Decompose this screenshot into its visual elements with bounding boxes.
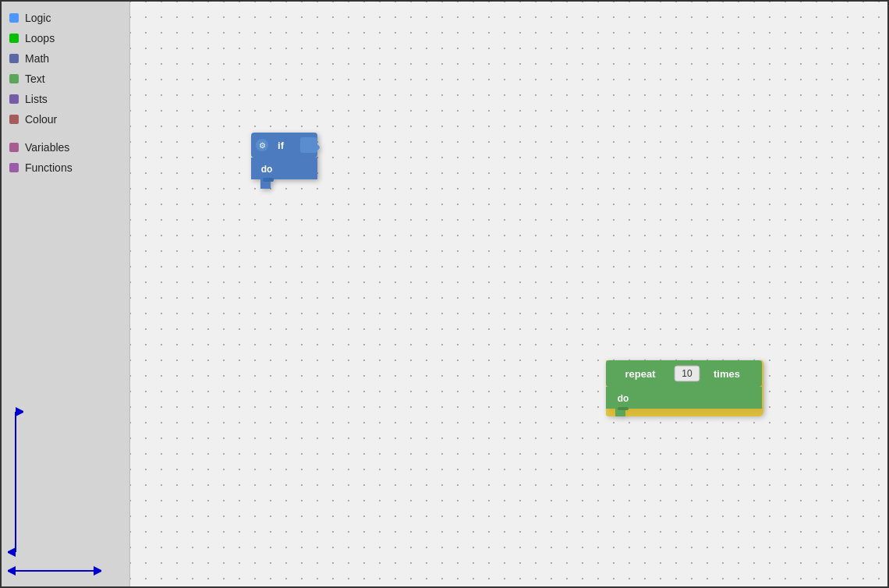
svg-text:if: if [278, 140, 285, 151]
vertical-arrow-icon [8, 404, 23, 560]
sidebar-label-variables: Variables [25, 141, 69, 154]
logic-color-dot [9, 13, 19, 23]
sidebar-item-text[interactable]: Text [2, 69, 129, 89]
sidebar-item-loops[interactable]: Loops [2, 28, 129, 48]
sidebar-spacer [2, 129, 129, 137]
sidebar-label-math: Math [25, 52, 49, 65]
svg-text:do: do [261, 164, 273, 175]
svg-text:do: do [618, 393, 629, 404]
math-color-dot [9, 54, 19, 63]
sidebar-item-colour[interactable]: Colour [2, 109, 129, 129]
horizontal-arrow-icon [8, 563, 101, 579]
sidebar-label-loops: Loops [25, 32, 55, 44]
sidebar-label-text: Text [25, 73, 45, 85]
repeat-block[interactable]: 10 repeat times do [606, 360, 770, 420]
if-block-svg: ⚙ if do [251, 133, 325, 189]
sidebar-item-variables[interactable]: Variables [2, 137, 129, 158]
arrows-container [8, 404, 101, 579]
sidebar-item-functions[interactable]: Functions [2, 158, 129, 178]
variables-color-dot [9, 143, 19, 152]
canvas-area[interactable]: ⚙ if do [130, 2, 887, 586]
svg-rect-18 [618, 407, 629, 410]
repeat-block-svg: 10 repeat times do [606, 360, 770, 416]
svg-text:⚙: ⚙ [259, 141, 266, 150]
svg-rect-9 [263, 178, 274, 182]
sidebar-item-math[interactable]: Math [2, 48, 129, 69]
main-container: Logic Loops Math Text Lists Colour Varia… [0, 0, 889, 588]
colour-color-dot [9, 115, 19, 124]
sidebar-item-lists[interactable]: Lists [2, 89, 129, 109]
sidebar: Logic Loops Math Text Lists Colour Varia… [2, 2, 130, 586]
sidebar-label-functions: Functions [25, 161, 73, 174]
sidebar-label-lists: Lists [25, 93, 48, 105]
text-color-dot [9, 74, 19, 83]
sidebar-label-colour: Colour [25, 113, 57, 126]
svg-text:10: 10 [682, 368, 692, 379]
lists-color-dot [9, 94, 19, 104]
loops-color-dot [9, 34, 19, 43]
functions-color-dot [9, 163, 19, 172]
sidebar-item-logic[interactable]: Logic [2, 8, 129, 28]
if-block[interactable]: ⚙ if do [251, 133, 325, 192]
svg-rect-12 [606, 387, 762, 409]
sidebar-label-logic: Logic [25, 12, 51, 24]
svg-text:repeat: repeat [625, 368, 656, 380]
svg-text:times: times [714, 368, 740, 380]
